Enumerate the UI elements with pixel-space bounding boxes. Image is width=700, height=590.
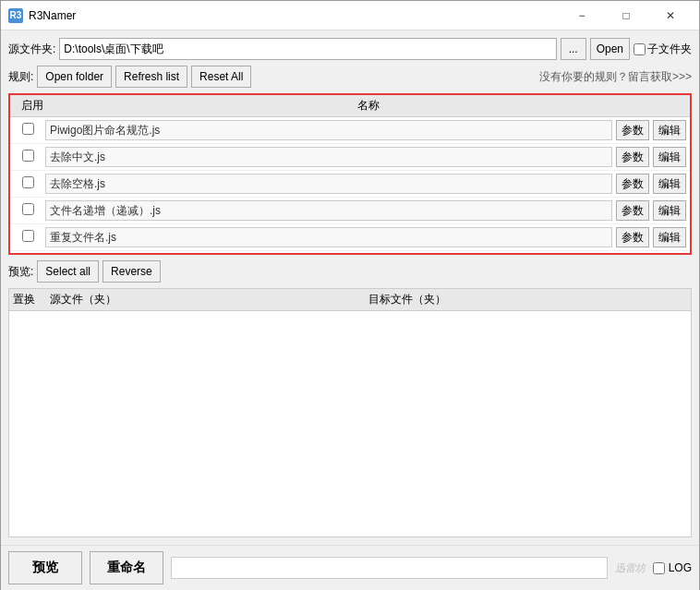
log-label: LOG [669, 561, 692, 574]
rule-enabled-4[interactable] [22, 230, 34, 242]
watermark-area: 迅雷坊 [615, 561, 646, 575]
preview-label: 预览: [8, 264, 33, 280]
source-folder-row: 源文件夹: ... Open 子文件夹 [8, 38, 692, 60]
rule-checkbox-2 [14, 176, 42, 191]
rule-row-1: 参数 编辑 [10, 144, 690, 171]
source-folder-label: 源文件夹: [8, 42, 55, 57]
status-bar [171, 557, 608, 579]
rules-table-container: 启用 名称 参数 编辑 参数 [8, 93, 692, 255]
rules-header-enabled: 启用 [14, 98, 51, 114]
refresh-list-button[interactable]: Refresh list [115, 66, 187, 88]
main-content: 源文件夹: ... Open 子文件夹 规则: Open folder Refr… [1, 30, 699, 545]
maximize-button[interactable]: □ [605, 1, 647, 30]
window-title: R3Namer [29, 9, 561, 22]
rules-list: 启用 名称 参数 编辑 参数 [10, 95, 690, 253]
log-checkbox[interactable] [653, 562, 665, 574]
reverse-button[interactable]: Reverse [103, 260, 161, 283]
rule-name-2 [45, 174, 612, 194]
select-all-button[interactable]: Select all [37, 260, 99, 283]
rules-header-name: 名称 [51, 98, 686, 114]
rule-edit-button-1[interactable]: 编辑 [653, 147, 686, 167]
open-folder-rules-button[interactable]: Open folder [37, 66, 112, 88]
bottom-bar: 预览 重命名 迅雷坊 LOG [1, 545, 699, 590]
preview-header-src: 源文件（夹） [50, 292, 368, 307]
rule-row-3: 参数 编辑 [10, 198, 690, 224]
rule-checkbox-1 [14, 150, 42, 164]
preview-body [9, 311, 691, 533]
rule-checkbox-4 [14, 230, 42, 245]
preview-list: 置换 源文件（夹） 目标文件（夹） [9, 289, 691, 536]
rules-table-header: 启用 名称 [10, 95, 690, 117]
rename-button[interactable]: 重命名 [90, 551, 163, 584]
rule-enabled-1[interactable] [22, 150, 34, 162]
preview-table-header: 置换 源文件（夹） 目标文件（夹） [9, 289, 691, 311]
rules-toolbar-row: 规则: Open folder Refresh list Reset All 没… [8, 66, 692, 88]
no-rules-link[interactable]: 没有你要的规则？留言获取>>> [539, 69, 692, 85]
log-area: LOG [653, 561, 692, 574]
watermark-text: 迅雷坊 [615, 561, 646, 575]
rule-param-button-3[interactable]: 参数 [616, 200, 649, 221]
close-button[interactable]: ✕ [649, 1, 692, 30]
reset-all-button[interactable]: Reset All [191, 66, 251, 88]
titlebar: R3 R3Namer − □ ✕ [1, 1, 699, 30]
subfolder-checkbox[interactable] [634, 43, 646, 55]
rule-row-2: 参数 编辑 [10, 171, 690, 198]
rule-checkbox-0 [14, 123, 42, 138]
rule-row-0: 参数 编辑 [10, 117, 690, 144]
preview-header-type: 置换 [13, 292, 50, 307]
preview-button[interactable]: 预览 [8, 551, 82, 584]
rule-name-3 [45, 200, 612, 221]
rule-enabled-3[interactable] [22, 203, 34, 215]
minimize-button[interactable]: − [561, 1, 603, 30]
rule-name-4 [45, 227, 612, 247]
rule-param-button-0[interactable]: 参数 [616, 120, 649, 140]
preview-toolbar-row: 预览: Select all Reverse [8, 260, 692, 283]
rule-param-button-2[interactable]: 参数 [616, 174, 649, 194]
rules-label: 规则: [8, 69, 33, 85]
open-folder-button[interactable]: Open [590, 38, 630, 60]
subfolder-option: 子文件夹 [634, 42, 692, 57]
rule-enabled-2[interactable] [22, 176, 34, 188]
browse-button[interactable]: ... [561, 38, 586, 60]
rule-edit-button-3[interactable]: 编辑 [653, 200, 686, 221]
source-folder-input[interactable] [59, 38, 556, 60]
rule-param-button-4[interactable]: 参数 [616, 227, 649, 247]
rule-edit-button-4[interactable]: 编辑 [653, 227, 686, 247]
main-window: R3 R3Namer − □ ✕ 源文件夹: ... Open 子文件夹 规则:… [0, 0, 700, 590]
window-controls: − □ ✕ [561, 1, 692, 30]
subfolder-label: 子文件夹 [647, 42, 692, 57]
rule-edit-button-0[interactable]: 编辑 [653, 120, 686, 140]
preview-header-dst: 目标文件（夹） [368, 292, 687, 307]
rule-row-4: 参数 编辑 [10, 224, 690, 251]
rule-param-button-1[interactable]: 参数 [616, 147, 649, 167]
rule-name-1 [45, 147, 612, 167]
preview-table-container: 置换 源文件（夹） 目标文件（夹） [8, 288, 692, 537]
rule-enabled-0[interactable] [22, 123, 34, 135]
rule-edit-button-2[interactable]: 编辑 [653, 174, 686, 194]
rule-checkbox-3 [14, 203, 42, 218]
app-icon: R3 [8, 8, 23, 23]
rule-name-0 [45, 120, 612, 140]
